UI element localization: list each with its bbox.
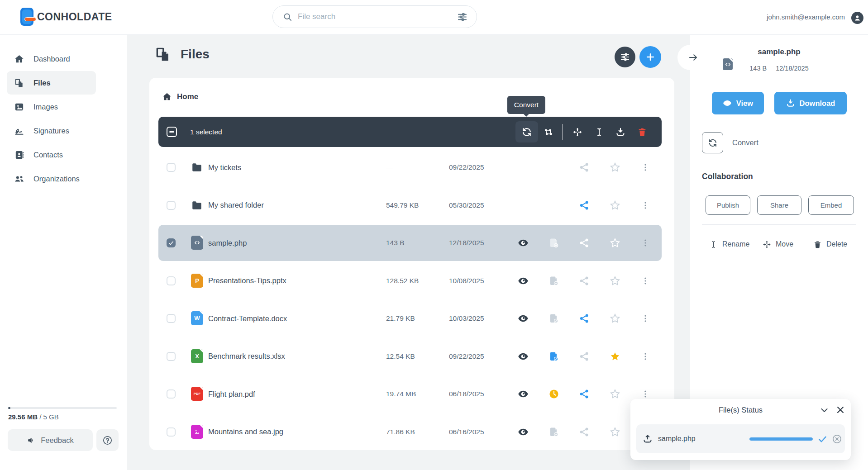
row-menu-kebab-icon[interactable] <box>641 351 650 362</box>
sidebar-item-label: Organizations <box>33 175 80 183</box>
details-file-size: 143 B <box>749 65 767 72</box>
share-icon[interactable] <box>579 427 590 437</box>
favorite-star-icon[interactable] <box>610 313 620 324</box>
table-row[interactable]: WContract-Template.docx21.79 KB10/03/202… <box>158 300 662 337</box>
preview-eye-icon[interactable] <box>518 389 529 399</box>
embed-button[interactable]: Embed <box>808 195 854 215</box>
table-row[interactable]: My shared folder549.79 KB05/30/2025 <box>158 187 662 223</box>
row-checkbox[interactable] <box>167 427 176 437</box>
download-icon <box>786 99 795 108</box>
share-icon[interactable] <box>579 313 590 324</box>
sidebar-item-dashboard[interactable]: Dashboard <box>7 47 96 71</box>
preview-eye-icon[interactable] <box>518 351 529 362</box>
preview-eye-icon[interactable] <box>518 427 529 437</box>
share-icon[interactable] <box>579 162 590 173</box>
home-icon <box>14 54 24 64</box>
view-settings-button[interactable] <box>615 47 635 67</box>
favorite-star-icon[interactable] <box>610 162 620 173</box>
doc-status-icon[interactable] <box>548 351 559 362</box>
sidebar-item-signatures[interactable]: Signatures <box>7 119 96 142</box>
favorite-star-icon[interactable] <box>610 275 620 286</box>
download-button[interactable]: Download <box>774 92 847 114</box>
favorite-star-icon[interactable] <box>610 200 620 211</box>
file-size: 128.52 KB <box>386 263 445 299</box>
row-menu-kebab-icon[interactable] <box>641 389 650 399</box>
row-checkbox[interactable] <box>167 314 176 323</box>
table-row[interactable]: PDFFlight plan.pdf19.74 MB06/18/2025 <box>158 376 662 412</box>
preview-eye-icon[interactable] <box>518 275 529 286</box>
view-button[interactable]: View <box>712 92 764 114</box>
file-search-bar[interactable] <box>272 5 477 28</box>
sidebar-item-images[interactable]: Images <box>7 95 96 119</box>
close-icon[interactable] <box>835 405 845 415</box>
toolbar-move-button[interactable] <box>572 117 583 147</box>
cancel-upload-icon[interactable] <box>832 434 842 444</box>
processing-clock-icon[interactable] <box>548 389 559 399</box>
feedback-button[interactable]: Feedback <box>8 429 93 451</box>
user-avatar[interactable] <box>851 12 863 24</box>
add-file-button[interactable] <box>639 46 661 68</box>
share-button[interactable]: Share <box>757 195 801 215</box>
row-checkbox[interactable] <box>167 238 176 247</box>
preview-eye-icon[interactable] <box>518 313 529 324</box>
sidebar-item-organizations[interactable]: Organizations <box>7 167 96 190</box>
files-page-icon <box>154 46 172 63</box>
doc-status-icon[interactable] <box>548 275 559 286</box>
convert-button[interactable] <box>702 132 723 153</box>
favorite-star-icon[interactable] <box>610 389 620 399</box>
row-checkbox[interactable] <box>167 352 176 361</box>
row-menu-kebab-icon[interactable] <box>641 275 650 286</box>
row-menu-kebab-icon[interactable] <box>641 313 650 324</box>
row-menu-kebab-icon[interactable] <box>641 162 650 173</box>
favorite-star-icon[interactable] <box>610 237 620 248</box>
row-checkbox[interactable] <box>167 163 176 172</box>
row-menu-kebab-icon[interactable] <box>641 237 650 248</box>
doc-status-icon[interactable] <box>548 237 559 248</box>
toolbar-download-button[interactable] <box>615 117 626 147</box>
move-action[interactable]: Move <box>763 234 793 255</box>
table-row[interactable]: XBenchmark results.xlsx12.54 KB09/22/202… <box>158 338 662 375</box>
convert-icon <box>522 127 532 137</box>
select-all-checkbox[interactable] <box>167 127 177 137</box>
sidebar-item-contacts[interactable]: Contacts <box>7 143 96 166</box>
sidebar-item-files[interactable]: Files <box>7 71 96 95</box>
doc-status-icon[interactable] <box>548 313 559 324</box>
top-bar: CONHOLDATE john.smith@example.com <box>0 0 868 35</box>
toolbar-rename-button[interactable] <box>594 117 605 147</box>
row-checkbox[interactable] <box>167 276 176 285</box>
move-icon <box>572 127 582 137</box>
details-file-header: sample.php <box>690 47 868 57</box>
row-menu-kebab-icon[interactable] <box>641 200 650 211</box>
question-icon <box>102 435 113 446</box>
toolbar-merge-button[interactable] <box>543 117 554 147</box>
toolbar-convert-button[interactable] <box>515 121 538 142</box>
preview-eye-icon[interactable] <box>518 237 529 248</box>
share-icon[interactable] <box>579 351 590 362</box>
storage-usage-bar <box>8 407 117 409</box>
help-button[interactable] <box>96 429 119 451</box>
file-size: 143 B <box>386 225 445 261</box>
publish-button[interactable]: Publish <box>706 195 750 215</box>
share-icon[interactable] <box>579 237 590 248</box>
doc-status-icon[interactable] <box>548 427 559 437</box>
toolbar-delete-button[interactable] <box>637 117 648 147</box>
search-filter-icon[interactable] <box>457 12 467 22</box>
share-icon[interactable] <box>579 389 590 399</box>
delete-action[interactable]: Delete <box>813 234 847 255</box>
share-icon[interactable] <box>579 275 590 286</box>
row-checkbox[interactable] <box>167 389 176 399</box>
favorite-star-icon[interactable] <box>610 351 620 362</box>
share-icon[interactable] <box>579 200 590 211</box>
search-input[interactable] <box>298 12 457 21</box>
favorite-star-icon[interactable] <box>610 427 620 437</box>
breadcrumb[interactable]: Home <box>162 92 198 102</box>
rename-action[interactable]: Rename <box>709 234 749 255</box>
table-row[interactable]: Mountains and sea.jpg71.86 KB06/16/2025 <box>158 414 662 450</box>
chevron-down-icon[interactable] <box>820 405 829 415</box>
page-title: Files <box>181 47 210 62</box>
table-row[interactable]: sample.php143 B12/18/2025 <box>158 225 662 261</box>
file-status-panel: File(s) Status sample.php <box>630 399 851 460</box>
table-row[interactable]: PPresentations-Tips.pptx128.52 KB10/08/2… <box>158 263 662 299</box>
row-checkbox[interactable] <box>167 201 176 210</box>
table-row[interactable]: My tickets—09/22/2025 <box>158 149 662 185</box>
